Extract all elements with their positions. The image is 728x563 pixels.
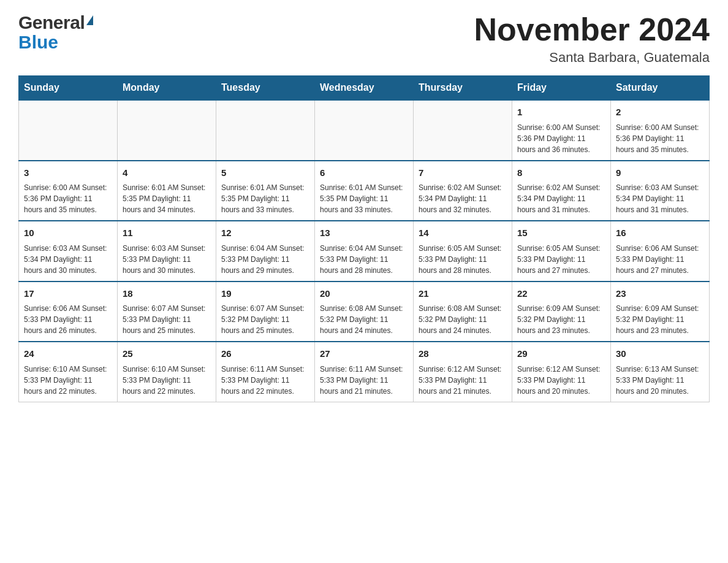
calendar-cell: 25Sunrise: 6:10 AM Sunset: 5:33 PM Dayli… <box>118 342 216 402</box>
calendar-cell <box>414 100 512 161</box>
day-number: 2 <box>616 105 704 120</box>
calendar-cell <box>118 100 216 161</box>
calendar-table: SundayMondayTuesdayWednesdayThursdayFrid… <box>18 75 710 402</box>
day-info: Sunrise: 6:02 AM Sunset: 5:34 PM Dayligh… <box>517 182 605 215</box>
day-info: Sunrise: 6:02 AM Sunset: 5:34 PM Dayligh… <box>419 182 507 215</box>
day-number: 18 <box>123 287 211 301</box>
day-info: Sunrise: 6:00 AM Sunset: 5:36 PM Dayligh… <box>616 122 704 155</box>
day-info: Sunrise: 6:10 AM Sunset: 5:33 PM Dayligh… <box>123 364 211 397</box>
day-info: Sunrise: 6:07 AM Sunset: 5:33 PM Dayligh… <box>123 303 211 336</box>
day-number: 17 <box>24 287 112 301</box>
day-number: 16 <box>616 226 704 240</box>
weekday-header-wednesday: Wednesday <box>315 76 414 101</box>
day-info: Sunrise: 6:08 AM Sunset: 5:32 PM Dayligh… <box>320 303 408 336</box>
calendar-cell: 23Sunrise: 6:09 AM Sunset: 5:32 PM Dayli… <box>611 282 710 342</box>
calendar-cell: 16Sunrise: 6:06 AM Sunset: 5:33 PM Dayli… <box>611 221 710 282</box>
day-info: Sunrise: 6:11 AM Sunset: 5:33 PM Dayligh… <box>320 364 408 397</box>
day-info: Sunrise: 6:09 AM Sunset: 5:32 PM Dayligh… <box>616 303 704 336</box>
calendar-header: SundayMondayTuesdayWednesdayThursdayFrid… <box>19 76 710 101</box>
calendar-body: 1Sunrise: 6:00 AM Sunset: 5:36 PM Daylig… <box>19 100 710 402</box>
calendar-cell: 7Sunrise: 6:02 AM Sunset: 5:34 PM Daylig… <box>414 161 512 221</box>
day-info: Sunrise: 6:05 AM Sunset: 5:33 PM Dayligh… <box>517 243 605 276</box>
day-number: 8 <box>517 166 605 180</box>
day-info: Sunrise: 6:03 AM Sunset: 5:34 PM Dayligh… <box>616 182 704 215</box>
week-row-3: 10Sunrise: 6:03 AM Sunset: 5:34 PM Dayli… <box>19 221 710 282</box>
day-info: Sunrise: 6:09 AM Sunset: 5:32 PM Dayligh… <box>517 303 605 336</box>
day-number: 30 <box>616 347 704 361</box>
logo: General Blue <box>18 12 93 53</box>
week-row-4: 17Sunrise: 6:06 AM Sunset: 5:33 PM Dayli… <box>19 282 710 342</box>
day-number: 26 <box>221 347 309 361</box>
calendar-cell: 21Sunrise: 6:08 AM Sunset: 5:32 PM Dayli… <box>414 282 512 342</box>
day-number: 24 <box>24 347 112 361</box>
calendar-cell: 1Sunrise: 6:00 AM Sunset: 5:36 PM Daylig… <box>512 100 611 161</box>
day-info: Sunrise: 6:12 AM Sunset: 5:33 PM Dayligh… <box>419 364 507 397</box>
day-number: 29 <box>517 347 605 361</box>
week-row-1: 1Sunrise: 6:00 AM Sunset: 5:36 PM Daylig… <box>19 100 710 161</box>
logo-general-text: General <box>18 12 85 33</box>
day-info: Sunrise: 6:10 AM Sunset: 5:33 PM Dayligh… <box>24 364 112 397</box>
day-info: Sunrise: 6:06 AM Sunset: 5:33 PM Dayligh… <box>616 243 704 276</box>
day-info: Sunrise: 6:00 AM Sunset: 5:36 PM Dayligh… <box>517 122 605 155</box>
logo-blue-text: Blue <box>18 32 58 53</box>
day-number: 7 <box>419 166 507 180</box>
calendar-cell: 3Sunrise: 6:00 AM Sunset: 5:36 PM Daylig… <box>19 161 118 221</box>
calendar-cell: 8Sunrise: 6:02 AM Sunset: 5:34 PM Daylig… <box>512 161 611 221</box>
day-number: 9 <box>616 166 704 180</box>
weekday-header-thursday: Thursday <box>414 76 512 101</box>
calendar-cell: 11Sunrise: 6:03 AM Sunset: 5:33 PM Dayli… <box>118 221 216 282</box>
weekday-header-monday: Monday <box>118 76 216 101</box>
day-info: Sunrise: 6:08 AM Sunset: 5:32 PM Dayligh… <box>419 303 507 336</box>
week-row-2: 3Sunrise: 6:00 AM Sunset: 5:36 PM Daylig… <box>19 161 710 221</box>
day-info: Sunrise: 6:03 AM Sunset: 5:34 PM Dayligh… <box>24 243 112 276</box>
day-number: 27 <box>320 347 408 361</box>
calendar-cell: 17Sunrise: 6:06 AM Sunset: 5:33 PM Dayli… <box>19 282 118 342</box>
day-number: 22 <box>517 287 605 301</box>
day-info: Sunrise: 6:01 AM Sunset: 5:35 PM Dayligh… <box>221 182 309 215</box>
day-number: 23 <box>616 287 704 301</box>
day-number: 13 <box>320 226 408 240</box>
calendar-cell: 19Sunrise: 6:07 AM Sunset: 5:32 PM Dayli… <box>216 282 315 342</box>
day-number: 12 <box>221 226 309 240</box>
day-number: 25 <box>123 347 211 361</box>
calendar-cell: 6Sunrise: 6:01 AM Sunset: 5:35 PM Daylig… <box>315 161 414 221</box>
logo-triangle-icon <box>86 15 93 25</box>
calendar-cell: 13Sunrise: 6:04 AM Sunset: 5:33 PM Dayli… <box>315 221 414 282</box>
weekday-header-friday: Friday <box>512 76 611 101</box>
day-info: Sunrise: 6:01 AM Sunset: 5:35 PM Dayligh… <box>123 182 211 215</box>
day-info: Sunrise: 6:01 AM Sunset: 5:35 PM Dayligh… <box>320 182 408 215</box>
calendar-cell <box>216 100 315 161</box>
weekday-header-tuesday: Tuesday <box>216 76 315 101</box>
day-number: 5 <box>221 166 309 180</box>
day-number: 19 <box>221 287 309 301</box>
calendar-cell: 30Sunrise: 6:13 AM Sunset: 5:33 PM Dayli… <box>611 342 710 402</box>
day-number: 21 <box>419 287 507 301</box>
calendar-cell: 4Sunrise: 6:01 AM Sunset: 5:35 PM Daylig… <box>118 161 216 221</box>
calendar-cell: 29Sunrise: 6:12 AM Sunset: 5:33 PM Dayli… <box>512 342 611 402</box>
title-block: November 2024 Santa Barbara, Guatemala <box>474 12 710 66</box>
calendar-cell: 15Sunrise: 6:05 AM Sunset: 5:33 PM Dayli… <box>512 221 611 282</box>
day-number: 11 <box>123 226 211 240</box>
month-year-title: November 2024 <box>474 12 710 47</box>
calendar-cell: 20Sunrise: 6:08 AM Sunset: 5:32 PM Dayli… <box>315 282 414 342</box>
week-row-5: 24Sunrise: 6:10 AM Sunset: 5:33 PM Dayli… <box>19 342 710 402</box>
calendar-cell <box>19 100 118 161</box>
day-info: Sunrise: 6:11 AM Sunset: 5:33 PM Dayligh… <box>221 364 309 397</box>
day-number: 28 <box>419 347 507 361</box>
weekday-header-sunday: Sunday <box>19 76 118 101</box>
day-number: 4 <box>123 166 211 180</box>
day-info: Sunrise: 6:03 AM Sunset: 5:33 PM Dayligh… <box>123 243 211 276</box>
calendar-cell: 10Sunrise: 6:03 AM Sunset: 5:34 PM Dayli… <box>19 221 118 282</box>
day-number: 6 <box>320 166 408 180</box>
day-info: Sunrise: 6:04 AM Sunset: 5:33 PM Dayligh… <box>221 243 309 276</box>
page-header: General Blue November 2024 Santa Barbara… <box>18 12 710 66</box>
day-number: 20 <box>320 287 408 301</box>
calendar-cell: 9Sunrise: 6:03 AM Sunset: 5:34 PM Daylig… <box>611 161 710 221</box>
day-number: 10 <box>24 226 112 240</box>
weekday-header-saturday: Saturday <box>611 76 710 101</box>
day-info: Sunrise: 6:07 AM Sunset: 5:32 PM Dayligh… <box>221 303 309 336</box>
calendar-cell: 22Sunrise: 6:09 AM Sunset: 5:32 PM Dayli… <box>512 282 611 342</box>
day-info: Sunrise: 6:00 AM Sunset: 5:36 PM Dayligh… <box>24 182 112 215</box>
day-info: Sunrise: 6:05 AM Sunset: 5:33 PM Dayligh… <box>419 243 507 276</box>
location-text: Santa Barbara, Guatemala <box>474 50 710 66</box>
